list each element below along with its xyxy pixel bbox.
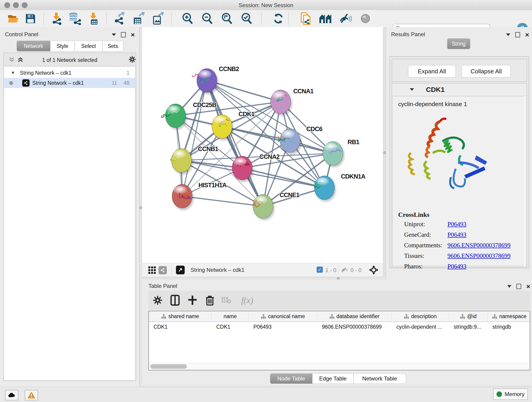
import-network-file-button[interactable]: [50, 12, 63, 25]
network-node-cdkn1a[interactable]: CDKN1A: [314, 173, 365, 202]
node-label: CCNA1: [293, 88, 314, 95]
column-header-name[interactable]: name: [212, 311, 249, 322]
network-edge[interactable]: [182, 196, 263, 206]
float-panel-icon[interactable]: [506, 33, 510, 36]
show-columns-button[interactable]: [169, 294, 181, 307]
import-table-button[interactable]: [87, 12, 100, 25]
close-panel-icon[interactable]: ×: [525, 32, 529, 37]
zoom-out-button[interactable]: [201, 12, 214, 25]
node-table[interactable]: shared namenamecanonical namedatabase id…: [148, 311, 530, 370]
duplicate-network-button[interactable]: [299, 12, 312, 25]
expand-all-button[interactable]: Expand All: [408, 65, 456, 77]
hide-selected-button[interactable]: [339, 12, 352, 25]
table-cell[interactable]: cyclin-dependent ...: [392, 322, 449, 332]
network-node-ccnb2[interactable]: CCNB2: [192, 65, 239, 95]
open-in-new-window-button[interactable]: [176, 266, 185, 274]
table-cell[interactable]: stringdb: [488, 322, 530, 332]
export-network-button[interactable]: [113, 12, 126, 25]
selected-checkbox-icon[interactable]: ✓: [317, 267, 323, 273]
tree-expander-icon[interactable]: ▼: [11, 70, 15, 75]
show-all-eye-icon: [360, 13, 371, 24]
network-share-button[interactable]: [158, 266, 167, 274]
table-cell[interactable]: P06493: [249, 322, 317, 332]
tab-sets[interactable]: Sets: [102, 41, 123, 51]
float-panel-icon[interactable]: [507, 285, 511, 288]
network-node-ccna1[interactable]: CCNA1: [271, 88, 314, 116]
close-panel-icon[interactable]: ×: [526, 284, 530, 289]
status-bar: Memory: [0, 387, 532, 402]
column-header-shared-name[interactable]: shared name: [149, 311, 212, 322]
network-graph[interactable]: CCNB2CCNA1CDC25BCDK1CDC6RB1CCNB1CCNA2CDK…: [142, 27, 383, 263]
table-cell[interactable]: CDK1: [212, 322, 249, 332]
hidden-eye-slash-icon[interactable]: [341, 267, 349, 273]
table-cell[interactable]: stringdb:9...: [449, 322, 488, 332]
open-session-button[interactable]: [7, 12, 20, 25]
show-all-button[interactable]: [359, 12, 372, 25]
close-panel-icon[interactable]: ×: [131, 32, 135, 37]
birdseye-grid-button[interactable]: [148, 266, 156, 274]
collapse-all-button[interactable]: Collapse All: [462, 65, 511, 77]
refresh-icon: [273, 13, 284, 24]
network-node-hist1h1a[interactable]: HIST1H1A: [172, 182, 227, 210]
pan-crosshair-button[interactable]: [368, 265, 379, 275]
zoom-selected-button[interactable]: [240, 12, 253, 25]
import-network-database-button[interactable]: [68, 12, 81, 25]
export-table-button[interactable]: [132, 12, 145, 25]
cdk1-section-header[interactable]: CDK1: [392, 83, 527, 96]
tab-style[interactable]: Style: [50, 41, 75, 51]
table-cell[interactable]: CDK1: [149, 322, 212, 332]
network-edge[interactable]: [182, 80, 207, 196]
maximize-panel-icon[interactable]: [121, 32, 126, 37]
network-label: String Network – cdk1: [32, 80, 84, 86]
network-options-gear-button[interactable]: [128, 56, 136, 63]
cloud-status-button[interactable]: [5, 390, 18, 400]
network-node-cdc25b[interactable]: CDC25B: [162, 102, 216, 130]
table-panel-window-icons: ×: [507, 284, 530, 289]
scrollbar-thumb[interactable]: [150, 364, 187, 369]
network-edge[interactable]: [182, 102, 281, 196]
tab-edge-table[interactable]: Edge Table: [312, 374, 354, 384]
column-network-icon: [329, 314, 335, 319]
column-header-namespace[interactable]: namespace: [488, 311, 530, 322]
column-header--id[interactable]: @id: [449, 311, 488, 322]
maximize-panel-icon[interactable]: [516, 284, 521, 289]
crosslink-row: Compartments:9606.ENSP00000378699: [398, 242, 522, 252]
warnings-button[interactable]: [25, 390, 38, 400]
zoom-in-button[interactable]: [181, 12, 194, 25]
expand-collapse-bar: Expand All Collapse All: [392, 59, 527, 82]
results-scrollbar[interactable]: [523, 96, 526, 266]
column-header-canonical-name[interactable]: canonical name: [249, 311, 317, 322]
export-image-button[interactable]: [151, 12, 165, 25]
column-header-database-identifier[interactable]: database identifier: [317, 311, 392, 322]
refresh-button[interactable]: [272, 12, 285, 25]
crosslink-value-link[interactable]: P06493: [447, 263, 467, 270]
tab-node-table[interactable]: Node Table: [270, 374, 312, 384]
fit-content-button[interactable]: [220, 12, 234, 25]
network-canvas[interactable]: CCNB2CCNA1CDC25BCDK1CDC6RB1CCNB1CCNA2CDK…: [142, 27, 383, 263]
tab-string[interactable]: String: [447, 38, 470, 49]
table-options-gear-button[interactable]: [151, 294, 164, 307]
crosslink-value-link[interactable]: P06493: [447, 231, 467, 238]
crosslink-value-link[interactable]: 9606.ENSP00000378699: [447, 242, 510, 249]
float-panel-icon[interactable]: [112, 33, 116, 36]
maximize-panel-icon[interactable]: [515, 32, 520, 37]
add-column-button[interactable]: [186, 294, 199, 307]
delete-column-button[interactable]: [203, 294, 216, 307]
section-collapse-icon[interactable]: [410, 88, 414, 91]
first-neighbors-button[interactable]: [319, 12, 332, 25]
crosslink-value-link[interactable]: 9606.ENSP00000378699: [447, 252, 510, 259]
table-cell[interactable]: 9606.ENSP00000378699: [317, 322, 392, 332]
tab-select[interactable]: Select: [75, 41, 102, 51]
save-session-button[interactable]: [24, 12, 37, 25]
network-row-selected[interactable]: String Network – cdk1 11 48: [4, 78, 135, 88]
tab-network[interactable]: Network: [17, 41, 50, 51]
network-node-rb1[interactable]: RB1: [323, 139, 360, 167]
column-header-description[interactable]: description: [392, 311, 449, 322]
table-horizontal-scrollbar[interactable]: [149, 363, 530, 370]
memory-button[interactable]: Memory: [493, 389, 528, 400]
tab-network-table[interactable]: Network Table: [354, 374, 406, 384]
network-collection-row[interactable]: ▼ String Network – cdk1 1: [4, 68, 135, 78]
network-node-cdc6[interactable]: CDC6: [277, 126, 323, 154]
left-panel-divider[interactable]: [139, 27, 142, 387]
crosslink-value-link[interactable]: P06493: [447, 221, 467, 228]
